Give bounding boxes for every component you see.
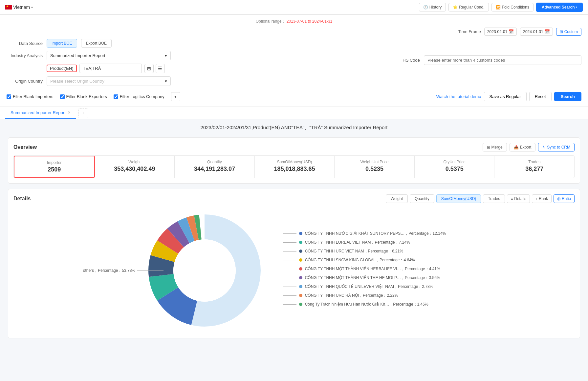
report-title: 2023/02/01-2024/01/31,Product(EN) AND"TE…	[8, 125, 580, 131]
svg-point-10	[173, 239, 236, 302]
top-bar-right: 🕐 History ⭐ Regular Cond. 🔀 Fold Conditi…	[419, 3, 583, 12]
tab-close-icon[interactable]: ✕	[68, 110, 71, 115]
legend-label-loreal: CÔNG TY TNHH LOREAL VIET NAM，Percentage：…	[305, 240, 410, 245]
legend-snow-king: CÔNG TY TNHH SNOW KING GLOBAL，Percentage…	[283, 257, 446, 263]
overview-actions: ⊞ Merge 📤 Export ↻ Sync to CRM	[483, 143, 575, 151]
origin-country-chevron-icon: ▾	[165, 79, 167, 84]
details-tab-trades[interactable]: Trades	[483, 194, 505, 203]
filter-blank-importers-checkbox[interactable]	[7, 94, 11, 99]
country-selector[interactable]: Vietnam ▾	[5, 5, 33, 10]
history-icon: 🕐	[423, 5, 428, 10]
filter-blank-importers-check[interactable]: Filter Blank Importers	[7, 94, 54, 99]
merge-button[interactable]: ⊞ Merge	[483, 143, 507, 151]
details-tab-ratio[interactable]: ◎ Ratio	[554, 194, 575, 203]
tabs-bar: Summarized Importer Report ✕ +	[0, 107, 588, 119]
optional-range: Optional range： 2013-07-01 to 2024-01-31	[7, 19, 581, 24]
legend-dot-urc-hanoi	[299, 294, 302, 297]
stat-importer: Importer 2509	[14, 156, 95, 178]
overview-header: Overview ⊞ Merge 📤 Export ↻ Sync to CRM	[13, 143, 575, 151]
legend-dot-herbalife	[299, 267, 302, 271]
industry-analysis-select[interactable]: Summarized Importer Report ▾	[47, 51, 171, 60]
chart-container: others，Percentage：53.78% CÔNG TY TNHH NƯ…	[13, 208, 575, 333]
watch-demo-link[interactable]: Watch the tutorial demo	[436, 94, 481, 99]
vietnam-flag	[5, 5, 12, 10]
product-input[interactable]	[79, 64, 142, 73]
hs-code-input[interactable]	[424, 55, 581, 65]
advanced-search-button[interactable]: Advanced Search ›	[536, 3, 583, 12]
calendar-from-icon: 📅	[509, 29, 514, 34]
product-icon-btn-1[interactable]: ⊞	[144, 64, 154, 73]
filter-row: Filter Blank Importers Filter Blank Expo…	[7, 92, 581, 101]
filter-logistics-check[interactable]: Filter Logitics Company	[114, 94, 164, 99]
sync-icon: ↻	[542, 145, 546, 150]
details-tab-sum-money[interactable]: SumOfMoney(USD)	[436, 194, 481, 203]
timeframe-label: Time Frame	[458, 29, 481, 34]
date-to-input[interactable]: 2024-01-31 📅	[520, 28, 553, 36]
ratio-icon: ◎	[557, 196, 560, 201]
country-chevron-icon: ▾	[31, 6, 33, 9]
star-icon: ⭐	[453, 5, 458, 10]
legend-urc-hanoi: CÔNG TY TNHH URC HÀ NỘI，Percentage：2.22%	[283, 293, 446, 298]
fold-icon: 🔀	[496, 5, 501, 10]
optional-range-prefix: Optional range：	[256, 19, 286, 24]
legend-label-urc-hanoi: CÔNG TY TNHH URC HÀ NỘI，Percentage：2.22%	[305, 293, 398, 298]
legend-dot-unilever	[299, 285, 302, 288]
select-chevron-icon: ▾	[165, 53, 167, 58]
fold-conditions-button[interactable]: 🔀 Fold Conditions	[491, 3, 534, 11]
history-button[interactable]: 🕐 History	[419, 3, 446, 11]
export-button[interactable]: 📤 Export	[510, 143, 536, 151]
stat-quantity-value: 344,191,283.07	[180, 166, 249, 172]
stat-sum-money: SumOfMoney(USD) 185,018,883.65	[255, 156, 335, 178]
details-section: Details Weight Quantity SumOfMoney(USD) …	[8, 189, 580, 338]
origin-country-select[interactable]: Please select Origin Country ▾	[47, 76, 171, 86]
legend-label-herbalife: CÔNG TY TNHH MỘT THÀNH VIÊN HERBALIFE VI…	[305, 266, 440, 272]
custom-button[interactable]: ⊞ Custom	[556, 28, 581, 36]
legend-the-he-moi: CÔNG TY TNHH MỘT THÀNH VIÊN THE HE MOI P…	[283, 275, 446, 281]
new-tab-button[interactable]: +	[78, 108, 88, 118]
regular-cond-button[interactable]: ⭐ Regular Cond.	[448, 3, 489, 11]
industry-analysis-row: Industry Analysis Summarized Importer Re…	[7, 51, 171, 60]
data-source-label: Data Source	[7, 41, 43, 46]
details-tab-details[interactable]: ≡ Details	[507, 194, 530, 203]
date-from-input[interactable]: 2023-02-01 📅	[484, 28, 517, 36]
legend-herbalife: CÔNG TY TNHH MỘT THÀNH VIÊN HERBALIFE VI…	[283, 266, 446, 272]
tab-label: Summarized Importer Report	[11, 110, 66, 115]
stat-trades-label: Trades	[500, 160, 569, 164]
stat-quantity-label: Quantity	[180, 160, 249, 164]
legend-label-the-he-moi: CÔNG TY TNHH MỘT THÀNH VIÊN THE HE MOI P…	[305, 275, 440, 281]
legend-cong-ty: Công Ty Trách Nhiệm Hữu Hạn Nước Giải Kh…	[283, 302, 446, 307]
report-content: 2023/02/01-2024/01/31,Product(EN) AND"TE…	[0, 119, 588, 344]
tab-summarized-importer-report[interactable]: Summarized Importer Report ✕	[5, 107, 76, 119]
product-input-area: Product(EN) ⊞ ☰	[47, 64, 165, 73]
stat-weight-unit-price: WeightUnitPrice 0.5235	[335, 156, 415, 178]
save-regular-button[interactable]: Save as Regular	[484, 92, 527, 101]
stat-sum-money-value: 185,018,883.65	[260, 166, 329, 172]
filter-logistics-checkbox[interactable]	[114, 94, 118, 99]
details-tab-quantity[interactable]: Quantity	[410, 194, 434, 203]
data-source-row: Data Source Import BOE Export BOE	[7, 39, 171, 48]
reset-button[interactable]: Reset	[529, 92, 552, 101]
collapse-filters-button[interactable]: ▾	[171, 92, 180, 101]
stat-sum-money-label: SumOfMoney(USD)	[260, 160, 329, 164]
stat-importer-label: Importer	[20, 160, 89, 165]
overview-section: Overview ⊞ Merge 📤 Export ↻ Sync to CRM …	[8, 137, 580, 184]
details-tab-weight[interactable]: Weight	[386, 194, 408, 203]
import-boe-tab[interactable]: Import BOE	[47, 39, 77, 48]
export-boe-tab[interactable]: Export BOE	[81, 39, 112, 48]
stat-weight-value: 353,430,402.49	[100, 166, 169, 172]
legend-dot-the-he-moi	[299, 276, 302, 279]
details-tab-rank[interactable]: ↑ Rank	[532, 194, 552, 203]
filter-blank-exporters-check[interactable]: Filter Blank Exporters	[60, 94, 107, 99]
search-button[interactable]: Search	[554, 92, 581, 101]
date-to-value: 2024-01-31	[523, 30, 543, 34]
legend-label-cong-ty: Công Ty Trách Nhiệm Hữu Hạn Nước Giải Kh…	[305, 302, 428, 307]
rank-icon: ↑	[535, 196, 537, 201]
legend-suntory: CÔNG TY TNHH NƯỚC GIẢI KHÁT SUNTORY PEPS…	[283, 231, 446, 236]
origin-country-row: Origin Country Please select Origin Coun…	[7, 76, 171, 86]
product-icon-btn-2[interactable]: ☰	[156, 64, 165, 73]
merge-icon: ⊞	[487, 145, 490, 150]
filter-blank-exporters-checkbox[interactable]	[60, 94, 65, 99]
sync-crm-button[interactable]: ↻ Sync to CRM	[538, 143, 575, 151]
others-label: others，Percentage：53.78%	[83, 268, 135, 273]
legend-label-urc-viet: CÔNG TY TNHH URC VIET NAM，Percentage：6.2…	[305, 249, 403, 254]
